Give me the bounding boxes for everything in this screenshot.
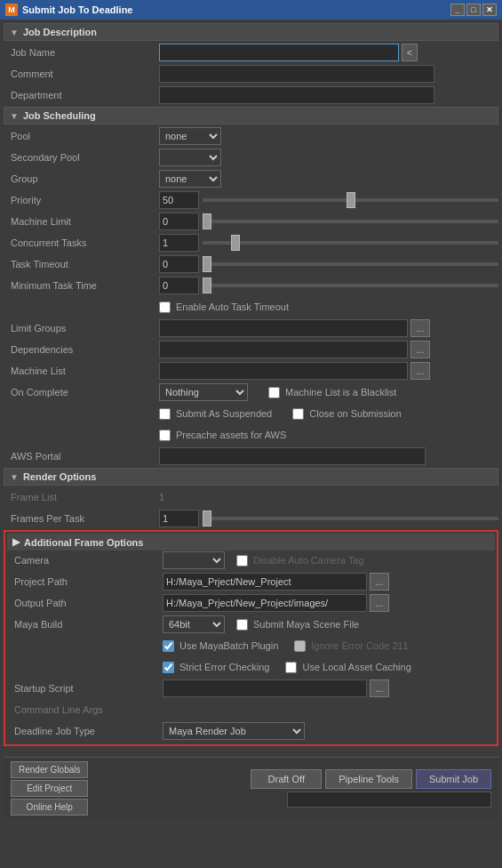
- job-name-row: Job Name <: [4, 43, 498, 62]
- limit-groups-input[interactable]: [159, 319, 408, 337]
- additional-frame-options-header[interactable]: ▶ Additional Frame Options: [7, 534, 495, 551]
- department-input[interactable]: [159, 86, 434, 104]
- submit-job-button[interactable]: Submit Job: [416, 769, 491, 789]
- secondary-pool-select[interactable]: [159, 149, 221, 166]
- close-button[interactable]: ✕: [482, 4, 497, 16]
- machine-limit-controls: [159, 213, 498, 230]
- pipeline-tools-button[interactable]: Pipeline Tools: [325, 769, 412, 789]
- comment-input[interactable]: [159, 65, 434, 83]
- concurrent-tasks-value[interactable]: [159, 234, 199, 252]
- limit-groups-browse-button[interactable]: ...: [410, 319, 430, 337]
- submit-suspended-row: Submit As Suspended Close on Submission: [4, 404, 498, 423]
- frames-per-task-label: Frames Per Task: [4, 513, 159, 524]
- strict-error-checking-checkbox[interactable]: [163, 662, 174, 673]
- aws-portal-row: AWS Portal: [4, 446, 498, 466]
- concurrent-tasks-row: Concurrent Tasks: [4, 233, 498, 253]
- job-name-arrow-button[interactable]: <: [402, 44, 418, 61]
- use-local-asset-checkbox[interactable]: [285, 662, 297, 673]
- auto-task-timeout-checkbox[interactable]: [159, 301, 171, 313]
- minimize-button[interactable]: _: [450, 4, 465, 16]
- ignore-error-211-label: Ignore Error Code 211: [311, 640, 408, 651]
- startup-script-row: Startup Script ...: [7, 679, 495, 698]
- precache-aws-checkbox[interactable]: [159, 430, 171, 441]
- render-options-header[interactable]: ▼ Render Options: [4, 468, 498, 486]
- task-timeout-slider[interactable]: [203, 262, 498, 266]
- output-path-input[interactable]: [163, 594, 367, 612]
- concurrent-tasks-slider[interactable]: [203, 241, 498, 245]
- submit-suspended-controls: Submit As Suspended Close on Submission: [159, 408, 498, 420]
- draft-off-button[interactable]: Draft Off: [251, 769, 322, 789]
- maximize-button[interactable]: □: [466, 4, 481, 16]
- comment-label: Comment: [4, 68, 159, 79]
- close-on-submission-checkbox[interactable]: [292, 408, 304, 420]
- startup-script-browse-button[interactable]: ...: [370, 679, 389, 697]
- job-description-header[interactable]: ▼ Job Description: [4, 23, 498, 41]
- aws-portal-controls: [159, 447, 498, 465]
- startup-script-input[interactable]: [163, 679, 367, 697]
- submit-as-suspended-checkbox[interactable]: [159, 408, 171, 420]
- use-maya-batch-label: Use MayaBatch Plugin: [179, 640, 278, 651]
- footer-input[interactable]: [287, 792, 491, 808]
- command-line-args-label: Command Line Args: [7, 704, 163, 715]
- output-path-browse-button[interactable]: ...: [370, 594, 389, 612]
- camera-select[interactable]: [163, 551, 225, 569]
- disable-auto-camera-tag-checkbox[interactable]: [236, 555, 248, 567]
- submit-maya-scene-checkbox[interactable]: [236, 619, 248, 631]
- machine-list-label: Machine List: [4, 366, 159, 376]
- pool-label: Pool: [4, 131, 159, 141]
- edit-project-button[interactable]: Edit Project: [11, 780, 88, 797]
- app-icon: M: [5, 4, 18, 16]
- priority-label: Priority: [4, 195, 159, 205]
- task-timeout-controls: [159, 255, 498, 273]
- on-complete-select[interactable]: Nothing Archive Delete: [159, 383, 248, 401]
- ignore-error-211-checkbox[interactable]: [294, 640, 306, 652]
- priority-slider[interactable]: [203, 198, 498, 202]
- content-area: ▼ Job Description Job Name < Comment Dep…: [0, 20, 502, 868]
- secondary-pool-row: Secondary Pool: [4, 148, 498, 167]
- render-globals-button[interactable]: Render Globals: [11, 761, 88, 778]
- task-timeout-row: Task Timeout: [4, 254, 498, 274]
- machine-list-browse-button[interactable]: ...: [410, 362, 430, 380]
- maya-build-select[interactable]: 64bit 32bit: [163, 615, 225, 633]
- collapse-arrow-render-icon: ▼: [10, 472, 19, 482]
- project-path-label: Project Path: [7, 576, 163, 587]
- priority-row: Priority: [4, 190, 498, 210]
- frames-per-task-controls: [159, 510, 498, 527]
- startup-script-label: Startup Script: [7, 683, 163, 694]
- maya-build-row: Maya Build 64bit 32bit Submit Maya Scene…: [7, 615, 495, 634]
- machine-list-blacklist-checkbox[interactable]: [268, 387, 280, 398]
- aws-portal-label: AWS Portal: [4, 451, 159, 462]
- use-maya-batch-checkbox[interactable]: [163, 640, 174, 652]
- priority-value[interactable]: [159, 191, 199, 209]
- deadline-job-type-select[interactable]: Maya Render Job: [163, 722, 305, 740]
- frames-per-task-value[interactable]: [159, 510, 199, 527]
- machine-list-input[interactable]: [159, 362, 408, 380]
- auto-task-timeout-row: Enable Auto Task Timeout: [4, 297, 498, 317]
- job-name-input[interactable]: [159, 44, 399, 61]
- output-path-label: Output Path: [7, 598, 163, 608]
- minimum-task-time-controls: [159, 277, 498, 294]
- minimum-task-time-slider[interactable]: [203, 284, 498, 287]
- machine-limit-value[interactable]: [159, 213, 199, 230]
- machine-limit-slider[interactable]: [203, 220, 498, 223]
- department-controls: [159, 86, 498, 104]
- frames-per-task-slider[interactable]: [203, 517, 498, 520]
- project-path-browse-button[interactable]: ...: [370, 573, 389, 591]
- title-bar: M Submit Job To Deadline _ □ ✕: [0, 0, 502, 20]
- job-description-label: Job Description: [23, 27, 97, 37]
- dependencies-label: Dependencies: [4, 344, 159, 355]
- limit-groups-row: Limit Groups ...: [4, 318, 498, 338]
- project-path-input[interactable]: [163, 573, 367, 591]
- online-help-button[interactable]: Online Help: [11, 799, 88, 816]
- job-scheduling-header[interactable]: ▼ Job Scheduling: [4, 107, 498, 125]
- pool-select[interactable]: none: [159, 127, 221, 145]
- strict-error-checking-label: Strict Error Checking: [179, 662, 269, 672]
- dependencies-input[interactable]: [159, 341, 408, 358]
- dependencies-browse-button[interactable]: ...: [410, 341, 430, 358]
- aws-portal-input[interactable]: [159, 447, 426, 465]
- camera-label: Camera: [7, 555, 163, 566]
- group-select[interactable]: none: [159, 170, 221, 188]
- task-timeout-value[interactable]: [159, 255, 199, 273]
- job-name-label: Job Name: [4, 47, 159, 58]
- minimum-task-time-value[interactable]: [159, 277, 199, 294]
